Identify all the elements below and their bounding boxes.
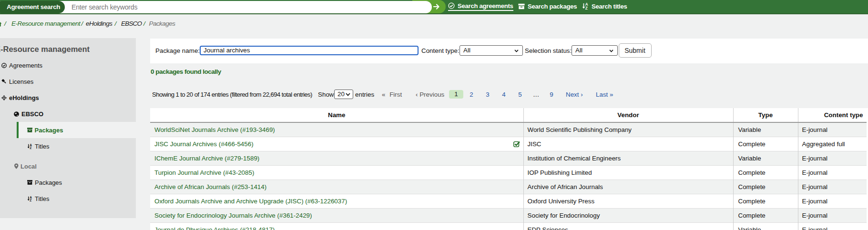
svg-text:Z: Z [30,146,31,150]
svg-text:Z: Z [30,199,31,202]
svg-text:Z: Z [585,6,588,10]
